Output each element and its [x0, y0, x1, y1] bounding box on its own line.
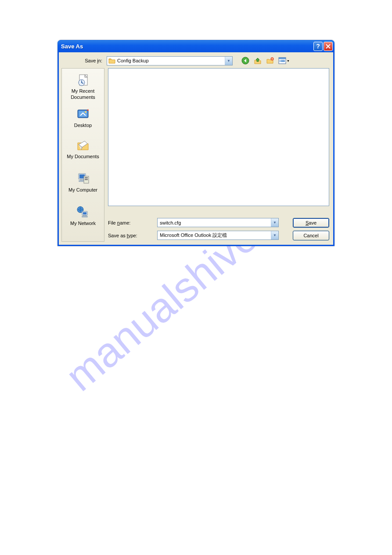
svg-rect-7	[281, 60, 285, 61]
place-my-network[interactable]: My Network	[62, 198, 104, 231]
desktop-icon	[76, 107, 90, 121]
savein-combo[interactable]: Config Backup ▼	[107, 56, 233, 65]
place-label: My Network	[70, 221, 96, 226]
chevron-down-icon[interactable]: ▼	[225, 57, 232, 65]
saveastype-value: Microsoft Office Outlook 設定檔	[160, 232, 271, 239]
place-label: My Recent Documents	[62, 88, 104, 100]
back-icon	[241, 57, 249, 65]
my-documents-icon	[76, 138, 90, 152]
svg-rect-4	[279, 58, 286, 59]
svg-rect-5	[280, 60, 281, 61]
svg-rect-24	[83, 212, 86, 214]
dialog-title: Save As	[61, 43, 313, 50]
help-button[interactable]: ?	[313, 42, 323, 51]
bottom-fields: File name: switch.cfg ▼ Save Save as typ…	[108, 216, 329, 242]
save-as-dialog: Save As ? Save in: Config Backup ▼	[58, 40, 334, 246]
save-button[interactable]: Save	[293, 218, 329, 228]
svg-point-11	[81, 82, 82, 83]
chevron-down-icon[interactable]: ▼	[271, 231, 278, 239]
my-computer-icon	[76, 172, 90, 186]
place-recent-documents[interactable]: My Recent Documents	[62, 69, 104, 102]
svg-rect-26	[82, 216, 87, 217]
chevron-down-icon: ▼	[287, 59, 290, 62]
svg-point-14	[85, 111, 86, 113]
close-icon	[326, 44, 331, 49]
new-folder-icon	[266, 57, 274, 65]
up-icon	[254, 57, 262, 65]
place-my-documents[interactable]: My Documents	[62, 131, 104, 164]
back-button[interactable]	[241, 56, 250, 65]
new-folder-button[interactable]	[265, 56, 275, 65]
place-label: Desktop	[74, 123, 92, 128]
views-icon	[278, 57, 286, 64]
dialog-body: Save in: Config Backup ▼ ▼	[59, 52, 333, 245]
file-list-area[interactable]	[108, 68, 329, 206]
place-desktop[interactable]: Desktop	[62, 102, 104, 131]
cancel-button[interactable]: Cancel	[293, 231, 329, 240]
folder-icon	[108, 58, 115, 64]
titlebar: Save As ?	[58, 40, 334, 52]
my-network-icon	[76, 205, 90, 219]
svg-rect-8	[281, 61, 285, 62]
filename-input[interactable]: switch.cfg ▼	[157, 218, 279, 227]
places-bar: My Recent Documents Desktop My Documents…	[61, 68, 104, 242]
svg-rect-20	[85, 177, 88, 178]
saveastype-combo[interactable]: Microsoft Office Outlook 設定檔 ▼	[157, 231, 279, 240]
place-label: My Computer	[68, 187, 97, 193]
svg-rect-6	[280, 61, 281, 62]
views-button[interactable]: ▼	[277, 56, 291, 65]
top-row: Save in: Config Backup ▼ ▼	[59, 52, 333, 67]
close-button[interactable]	[324, 42, 333, 51]
saveastype-label: Save as type:	[108, 233, 155, 238]
place-my-computer[interactable]: My Computer	[62, 164, 104, 198]
title-buttons: ?	[313, 42, 333, 51]
toolbar-icons: ▼	[241, 56, 291, 65]
filename-label: File name:	[108, 220, 155, 225]
svg-rect-21	[85, 179, 88, 180]
recent-documents-icon	[76, 73, 90, 87]
savein-label: Save in:	[62, 58, 104, 63]
place-label: My Documents	[67, 154, 99, 160]
savein-value: Config Backup	[117, 58, 225, 63]
chevron-down-icon[interactable]: ▼	[271, 218, 278, 227]
filename-value: switch.cfg	[160, 220, 271, 225]
up-button[interactable]	[253, 56, 263, 65]
